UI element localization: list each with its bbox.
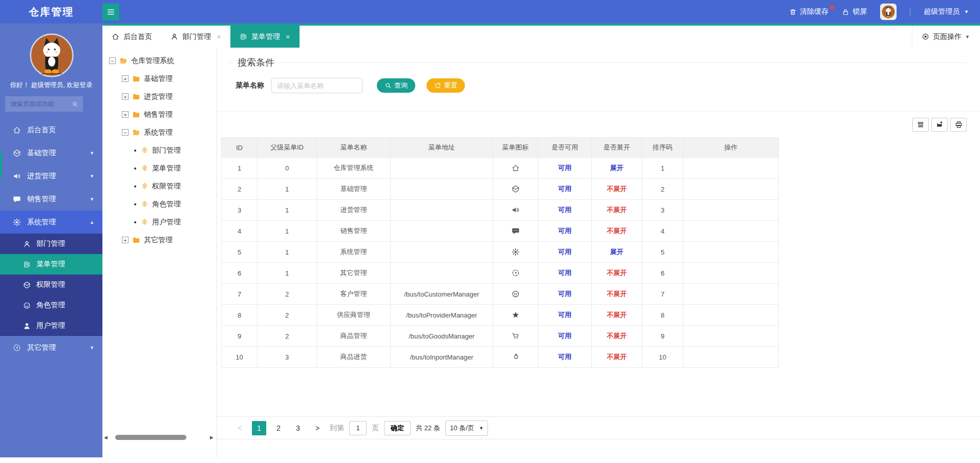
tree-node[interactable]: 权限管理 — [102, 177, 217, 195]
collapse-icon[interactable]: − — [109, 57, 116, 64]
scrollbar-thumb[interactable] — [115, 435, 187, 440]
tab-3[interactable]: 菜单管理× — [230, 26, 300, 48]
usable-status[interactable]: 可用 — [558, 290, 571, 298]
tree-node[interactable]: 部门管理 — [102, 141, 217, 159]
sidebar-item-3[interactable]: 进货管理▼ — [0, 164, 102, 187]
goto-page-input[interactable] — [349, 421, 367, 435]
tree-node-label: 系统管理 — [144, 128, 173, 137]
magnifier-icon — [385, 82, 392, 89]
sidebar-item-5[interactable]: 系统管理▲ — [0, 211, 102, 234]
tree-node[interactable]: +销售管理 — [102, 106, 217, 123]
per-page-select[interactable]: 10 条/页▼ — [445, 420, 488, 436]
sidebar-search-input[interactable] — [10, 100, 72, 108]
sidebar-subitem-3[interactable]: 权限管理 — [0, 275, 102, 295]
next-page-button[interactable]: > — [310, 421, 325, 435]
table-row: 92商品管理/bus/toGoodsManager可用不展开9 — [222, 326, 779, 347]
page-operations-button[interactable]: 页面操作 ▼ — [912, 26, 980, 48]
expand-status[interactable]: 展开 — [610, 164, 624, 172]
expand-status[interactable]: 不展开 — [607, 290, 627, 298]
close-icon[interactable]: × — [286, 32, 290, 41]
sidebar: 你好！ 超级管理员, 欢迎登录 后台首页基础管理▼进货管理▼销售管理▼系统管理▲… — [0, 24, 102, 457]
cell-icon — [493, 242, 538, 263]
tab-2[interactable]: 部门管理× — [161, 26, 230, 48]
tree-node[interactable]: 角色管理 — [102, 195, 217, 213]
sidebar-subitem-label: 菜单管理 — [36, 260, 65, 269]
expand-icon[interactable]: + — [122, 75, 129, 82]
usable-status[interactable]: 可用 — [558, 332, 571, 340]
expand-status[interactable]: 不展开 — [607, 206, 627, 214]
usable-status[interactable]: 可用 — [558, 353, 571, 361]
tree-node[interactable]: −系统管理 — [102, 123, 217, 141]
clear-cache-button[interactable]: 清除缓存 — [789, 7, 828, 16]
sidebar-item-4[interactable]: 销售管理▼ — [0, 187, 102, 211]
leaf-dot — [134, 185, 136, 187]
tab-1[interactable]: 后台首页 — [102, 26, 161, 48]
cube-icon — [13, 149, 23, 157]
usable-status[interactable]: 可用 — [558, 311, 571, 319]
scrollbar-track[interactable] — [109, 435, 208, 440]
expand-icon[interactable]: + — [122, 93, 129, 100]
page-button-2[interactable]: 2 — [271, 421, 286, 435]
sidebar-subitem-4[interactable]: 角色管理 — [0, 295, 102, 315]
usable-status[interactable]: 可用 — [558, 206, 571, 214]
scroll-right-arrow[interactable]: ▶ — [210, 435, 214, 440]
topbar-actions: 清除缓存 锁屏 超级管理员 — [789, 0, 969, 24]
expand-status[interactable]: 不展开 — [607, 185, 627, 193]
expand-status[interactable]: 不展开 — [607, 269, 627, 277]
prev-page-button[interactable]: < — [232, 421, 247, 435]
profile-avatar[interactable] — [29, 33, 74, 78]
query-button[interactable]: 查询 — [377, 78, 415, 93]
content-panel: 搜索条件 菜单名称 查询 重置 ID父级菜单ID菜单名称菜单地址菜单图标是否可用… — [217, 48, 980, 457]
search-icon[interactable] — [72, 101, 78, 108]
user-menu[interactable]: 超级管理员 ▼ — [924, 7, 969, 16]
tree-node[interactable]: +其它管理 — [102, 231, 217, 249]
expand-status[interactable]: 展开 — [610, 248, 624, 256]
tree-node[interactable]: −仓库管理系统 — [102, 52, 217, 70]
reset-button[interactable]: 重置 — [427, 78, 465, 93]
expand-status[interactable]: 不展开 — [607, 311, 627, 319]
usable-status[interactable]: 可用 — [558, 269, 571, 277]
sidebar-item-2[interactable]: 基础管理▼ — [0, 141, 102, 164]
user-avatar[interactable] — [880, 4, 897, 20]
tree-node[interactable]: 用户管理 — [102, 213, 217, 231]
expand-status[interactable]: 不展开 — [607, 332, 627, 340]
scroll-left-arrow[interactable]: ◀ — [104, 435, 108, 440]
expand-icon[interactable]: + — [122, 111, 129, 118]
expand-icon[interactable]: + — [122, 237, 129, 243]
usable-status[interactable]: 可用 — [558, 227, 571, 235]
page-button-3[interactable]: 3 — [291, 421, 305, 435]
sidebar-subitem-1[interactable]: 部门管理 — [0, 234, 102, 254]
lock-screen-button[interactable]: 锁屏 — [842, 7, 867, 16]
expand-status[interactable]: 不展开 — [607, 227, 627, 235]
usable-status[interactable]: 可用 — [558, 248, 571, 256]
sidebar-subitem-5[interactable]: 用户管理 — [0, 315, 102, 336]
menu-name-input[interactable] — [271, 78, 363, 93]
columns-button[interactable] — [912, 118, 929, 132]
cell-expand: 不展开 — [592, 347, 642, 368]
collapse-icon[interactable]: − — [122, 129, 129, 136]
close-icon[interactable]: × — [217, 32, 221, 41]
sidebar-toggle-button[interactable] — [102, 4, 119, 20]
tree-node[interactable]: +进货管理 — [102, 88, 217, 106]
usable-status[interactable]: 可用 — [558, 185, 571, 193]
sidebar-item-label: 销售管理 — [27, 195, 56, 204]
notification-dot — [830, 5, 834, 9]
expand-status[interactable]: 不展开 — [607, 353, 627, 361]
cell-icon — [493, 200, 538, 221]
usable-status[interactable]: 可用 — [558, 164, 571, 172]
tree-node-label: 角色管理 — [152, 200, 181, 209]
cell-expand: 不展开 — [592, 305, 642, 326]
tree-node[interactable]: 菜单管理 — [102, 159, 217, 177]
tree-node[interactable]: +基础管理 — [102, 70, 217, 88]
sidebar-item-1[interactable]: 后台首页 — [0, 118, 102, 141]
confirm-button[interactable]: 确定 — [384, 421, 411, 435]
cube-icon — [512, 185, 520, 193]
page-button-1[interactable]: 1 — [252, 421, 266, 435]
cell-icon — [493, 305, 538, 326]
sidebar-subitem-2[interactable]: 菜单管理 — [0, 254, 102, 275]
sidebar-search — [5, 96, 83, 112]
export-button[interactable] — [931, 118, 948, 132]
cell-parent-id: 3 — [258, 347, 317, 368]
sidebar-item-6[interactable]: 其它管理▼ — [0, 336, 102, 359]
print-button[interactable] — [950, 118, 967, 132]
